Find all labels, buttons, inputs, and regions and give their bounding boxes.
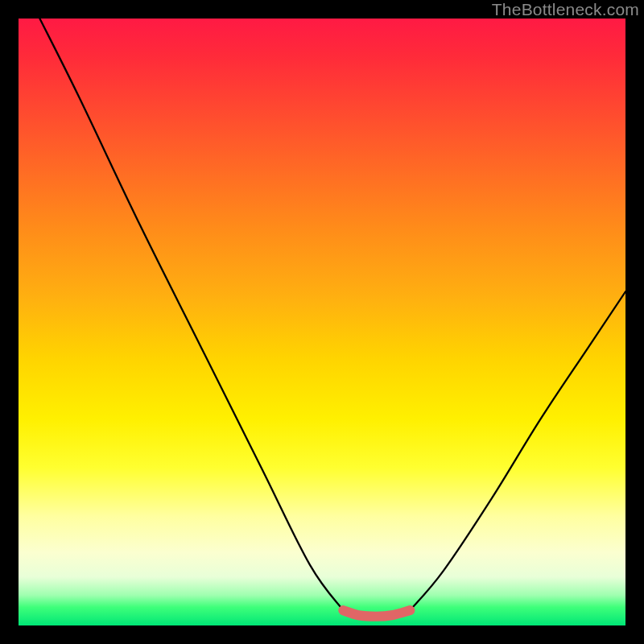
watermark-text: TheBottleneck.com [492, 0, 639, 19]
curve-right-path [410, 291, 625, 610]
plot-area [19, 19, 625, 625]
flat-bottom-highlight [343, 610, 410, 617]
curve-left-path [39, 19, 343, 610]
chart-frame: TheBottleneck.com [0, 0, 644, 644]
curve-svg [19, 19, 625, 625]
